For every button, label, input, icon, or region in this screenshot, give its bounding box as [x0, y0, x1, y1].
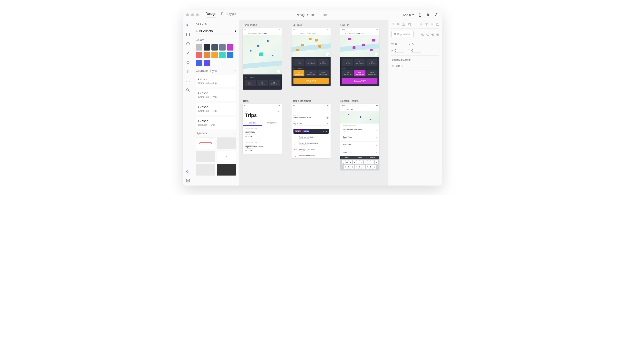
svg-rect-10 [392, 24, 393, 25]
status-time: 9:41 [342, 29, 345, 30]
character-style[interactable]: GibsonRegular — 14pt [196, 117, 236, 129]
add-icon: + [326, 116, 329, 120]
artboard-call-taxi[interactable]: Call Taxi 9:41••• ←Your locationSushi Pl… [291, 24, 331, 90]
repeat-grid-button[interactable]: ▦ Repeat Grid [391, 31, 414, 37]
ellipse-tool-icon[interactable] [186, 41, 190, 46]
distribute-h-icon[interactable] [436, 23, 439, 26]
svg-rect-0 [419, 13, 421, 17]
color-swatch[interactable] [204, 44, 210, 51]
align-right-icon[interactable] [430, 23, 434, 26]
filter-icon: ▾ [278, 110, 279, 113]
canvas[interactable]: Sushi Place 9:41••• ←Your locationSushi … [239, 20, 388, 185]
keyboard-key: F [355, 165, 358, 169]
symbol-thumbnail[interactable] [196, 137, 215, 149]
select-tool-icon[interactable] [186, 23, 190, 27]
artboard-tool-icon[interactable] [186, 79, 190, 83]
boolean-exclude-icon[interactable] [436, 32, 439, 36]
ride-option-taxi: Taxi22 min - $5 [293, 70, 305, 76]
distribute-v-icon[interactable] [407, 23, 411, 26]
artboard-call-lift[interactable]: Call Lift 9:41••• ←Your locationSushi Pl… [340, 24, 379, 90]
svg-line-6 [188, 91, 189, 91]
character-style[interactable]: GibsonSemiBold — 24pt [196, 89, 236, 101]
zoom-tool-icon[interactable] [186, 88, 190, 92]
color-swatch[interactable] [204, 52, 210, 58]
keyboard-key: P [375, 160, 378, 164]
boolean-add-icon[interactable] [421, 32, 424, 36]
align-bottom-icon[interactable] [402, 23, 406, 26]
color-swatch[interactable] [211, 52, 218, 58]
boolean-subtract-icon[interactable] [426, 32, 429, 36]
y-input[interactable]: 0 [411, 49, 421, 53]
x-input[interactable]: 0 [412, 43, 422, 46]
svg-rect-20 [408, 24, 410, 25]
artboard-search-results[interactable]: Search Results 9:41••• ←Sushi Place× SEA… [340, 99, 379, 170]
share-icon[interactable] [435, 13, 439, 17]
color-swatch[interactable] [219, 52, 226, 58]
assets-panel-icon[interactable] [186, 170, 190, 174]
color-swatch[interactable] [196, 44, 202, 51]
tab-design[interactable]: Design [206, 12, 216, 18]
zoom-dropdown[interactable]: 42.4% ▾ [402, 13, 414, 17]
suggestion: Hellos [367, 156, 379, 159]
from-text: Your location [345, 32, 355, 34]
opacity-slider[interactable] [402, 66, 439, 66]
align-left-icon[interactable] [419, 23, 423, 26]
symbol-thumbnail[interactable]: › [217, 151, 236, 162]
svg-rect-28 [431, 24, 433, 24]
play-icon[interactable] [426, 13, 431, 17]
artboard-trips[interactable]: Trips 9:41••• ←▾ Trips HISTORY UPCOMING … [243, 99, 282, 170]
device-preview-icon[interactable] [418, 13, 422, 17]
line-tool-icon[interactable] [186, 51, 190, 55]
align-top-icon[interactable] [391, 23, 395, 26]
opacity-value[interactable]: 0% [396, 64, 400, 68]
zoom-value: 42.4% [402, 13, 411, 17]
locate-icon [277, 70, 280, 73]
svg-rect-16 [403, 24, 404, 25]
color-swatch[interactable] [219, 44, 226, 51]
add-color-button[interactable]: + [234, 38, 236, 42]
status-time: 9:41 [244, 105, 248, 106]
option: 🚗15 min [293, 59, 305, 66]
status-icons: ••• [279, 105, 280, 106]
add-charstyle-button[interactable]: + [234, 69, 236, 73]
pen-tool-icon[interactable] [186, 60, 190, 64]
color-swatch[interactable] [227, 52, 233, 58]
boolean-intersect-icon[interactable] [431, 32, 434, 36]
layers-panel-icon[interactable] [186, 178, 190, 182]
add-symbol-button[interactable]: + [234, 131, 236, 135]
color-swatch[interactable] [204, 60, 210, 66]
search-icon: ⌕ [196, 29, 197, 33]
character-style[interactable]: GibsonSemiBold — 40pt [196, 75, 236, 87]
trips-title: Trips [245, 113, 279, 118]
h-input[interactable]: 0 [395, 49, 404, 53]
symbol-thumbnail[interactable] [217, 164, 236, 176]
symbol-thumbnail[interactable] [196, 164, 215, 176]
rectangle-tool-icon[interactable] [186, 32, 190, 37]
artboard-public-transport[interactable]: Public Transport 9:41••• ← From Fresh Ma… [291, 99, 331, 170]
align-middle-icon[interactable] [397, 23, 400, 26]
color-swatch[interactable] [196, 52, 202, 58]
tab-prototype[interactable]: Prototype [221, 12, 236, 18]
align-center-icon[interactable] [425, 23, 428, 26]
keyboard-key: I [367, 160, 371, 164]
symbol-thumbnail[interactable] [196, 151, 215, 162]
artboard-sushi-place[interactable]: Sushi Place 9:41••• ←Your locationSushi … [243, 24, 282, 90]
artboard-label: Sushi Place [243, 24, 282, 26]
character-style[interactable]: GibsonSemiBold — 16pt [196, 103, 236, 115]
results-header: SEARCH RESULTS [340, 123, 379, 127]
color-swatch[interactable] [211, 44, 218, 51]
text-tool-icon[interactable]: T [186, 69, 190, 74]
close-window-button[interactable] [186, 13, 189, 16]
keyboard-key: H [362, 165, 365, 169]
map [291, 35, 331, 57]
route-step: 126Toronto Eaton Centre2 stops (20 min) [291, 147, 331, 153]
color-swatch[interactable] [196, 60, 202, 66]
minimize-window-button[interactable] [191, 13, 194, 16]
assets-search[interactable]: ⌕ All Assets ▾ [196, 28, 236, 34]
symbols-label: Symbols [196, 132, 207, 135]
color-swatch[interactable] [227, 44, 233, 51]
maximize-window-button[interactable] [196, 13, 199, 16]
status-icons: ••• [327, 105, 329, 106]
symbol-thumbnail[interactable] [217, 137, 236, 149]
w-input[interactable]: 0 [395, 43, 405, 46]
